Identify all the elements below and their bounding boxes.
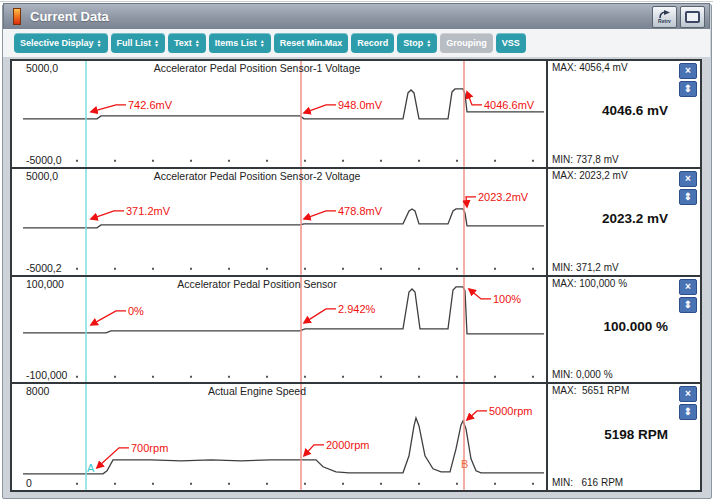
close-chart-button[interactable]: × bbox=[679, 279, 697, 295]
toolbar-button-stop[interactable]: Stop▲▼ bbox=[397, 33, 437, 53]
annotation-label: 948.0mV bbox=[338, 99, 382, 111]
toolbar-button-label: Grouping bbox=[446, 38, 487, 48]
toolbar-button-grouping[interactable]: Grouping bbox=[440, 33, 493, 53]
chart-info-panel: MAX: 4056,4 mV 4046.6 mV MIN: 737,8 mV ×… bbox=[546, 61, 700, 167]
y-min-label: 0 bbox=[26, 477, 32, 489]
max-value-label: MAX: 4056,4 mV bbox=[552, 62, 628, 73]
toolbar-button-text[interactable]: Text▲▼ bbox=[168, 33, 206, 53]
chart-info-panel: MAX: 5651 RPM 5198 RPM MIN: 616 RPM × ⇕ bbox=[546, 384, 700, 490]
restore-icon bbox=[685, 11, 700, 23]
updown-arrows-icon: ▲▼ bbox=[154, 39, 159, 48]
app-window: Current Data Retrv Selective Display▲▼Fu… bbox=[0, 0, 713, 499]
axis-tick bbox=[152, 160, 154, 162]
chart-title: Actual Engine Speed bbox=[23, 385, 546, 397]
axis-tick bbox=[304, 160, 306, 162]
axis-tick bbox=[342, 160, 344, 162]
chart-canvas bbox=[23, 61, 546, 167]
axis-tick bbox=[190, 268, 192, 270]
axis-tick bbox=[114, 375, 116, 377]
annotation-arrow bbox=[304, 105, 336, 113]
chart-title: Accelerator Pedal Position Sensor bbox=[23, 278, 546, 290]
toolbar-button-selective-display[interactable]: Selective Display▲▼ bbox=[14, 33, 108, 53]
annotation-arrow bbox=[91, 211, 124, 219]
axis-tick bbox=[76, 268, 78, 270]
axis-tick bbox=[380, 483, 382, 485]
annotation-label: 2.942% bbox=[338, 303, 375, 315]
close-chart-button[interactable]: × bbox=[679, 63, 697, 79]
axis-tick bbox=[494, 375, 496, 377]
axis-tick bbox=[380, 268, 382, 270]
axis-tick bbox=[456, 483, 458, 485]
annotation-arrow bbox=[304, 211, 336, 219]
axis-tick bbox=[228, 375, 230, 377]
toolbar-button-label: Selective Display bbox=[20, 38, 94, 48]
chart-title: Accelerator Pedal Position Sensor-2 Volt… bbox=[23, 170, 546, 182]
chart-info-panel: MAX: 100,000 % 100.000 % MIN: 0,000 % × … bbox=[546, 277, 700, 383]
chart-canvas bbox=[23, 169, 546, 275]
axis-tick bbox=[304, 483, 306, 485]
axis-tick bbox=[418, 268, 420, 270]
axis-tick bbox=[532, 160, 534, 162]
reorder-chart-button[interactable]: ⇕ bbox=[679, 81, 697, 97]
toolbar-button-full-list[interactable]: Full List▲▼ bbox=[111, 33, 165, 53]
axis-tick bbox=[114, 268, 116, 270]
signal-trace bbox=[23, 209, 544, 228]
annotation-label: 5000rpm bbox=[489, 405, 532, 417]
annotation-arrow bbox=[466, 197, 476, 207]
annotation-arrow bbox=[467, 411, 487, 420]
axis-tick bbox=[456, 160, 458, 162]
current-value: 2023.2 mV bbox=[548, 211, 668, 226]
axis-tick bbox=[228, 483, 230, 485]
chart-row-aps2-voltage: 5000,0 Accelerator Pedal Position Sensor… bbox=[12, 169, 700, 277]
axis-tick bbox=[114, 160, 116, 162]
current-data-icon bbox=[13, 8, 21, 25]
retrieve-button[interactable]: Retrv bbox=[652, 6, 677, 28]
axis-tick bbox=[266, 483, 268, 485]
toolbar-button-reset-min-max[interactable]: Reset Min.Max bbox=[274, 33, 349, 53]
axis-tick bbox=[304, 375, 306, 377]
reorder-chart-button[interactable]: ⇕ bbox=[679, 189, 697, 205]
min-value-label: MIN: 0,000 % bbox=[552, 369, 613, 380]
toolbar-button-label: Reset Min.Max bbox=[280, 38, 343, 48]
toolbar-button-items-list[interactable]: Items List▲▼ bbox=[209, 33, 271, 53]
window-title: Current Data bbox=[30, 9, 109, 24]
axis-tick bbox=[304, 268, 306, 270]
y-min-label: -100,000 bbox=[26, 369, 67, 381]
reorder-chart-button[interactable]: ⇕ bbox=[679, 297, 697, 313]
axis-tick bbox=[228, 268, 230, 270]
current-value: 4046.6 mV bbox=[548, 103, 668, 118]
axis-tick bbox=[76, 160, 78, 162]
current-value: 100.000 % bbox=[548, 319, 668, 334]
window-top-edge bbox=[0, 1, 713, 2]
annotation-arrow bbox=[91, 310, 126, 324]
reorder-chart-button[interactable]: ⇕ bbox=[679, 404, 697, 420]
chart-canvas: AB bbox=[23, 384, 546, 490]
close-chart-button[interactable]: × bbox=[679, 386, 697, 402]
annotation-label: 371.2mV bbox=[126, 205, 170, 217]
current-value: 5198 RPM bbox=[548, 427, 668, 442]
toolbar-button-vss[interactable]: VSS bbox=[496, 33, 526, 53]
axis-tick bbox=[76, 483, 78, 485]
chart-row-engine-speed: AB 8000 Actual Engine Speed 0 700rpm2000… bbox=[12, 384, 700, 490]
annotation-arrow bbox=[467, 92, 482, 105]
annotation-label: 100% bbox=[493, 293, 521, 305]
close-chart-button[interactable]: × bbox=[679, 171, 697, 187]
axis-tick bbox=[532, 375, 534, 377]
updown-arrows-icon: ▲▼ bbox=[260, 39, 265, 48]
toolbar-button-record[interactable]: Record bbox=[351, 33, 394, 53]
y-min-label: -5000,2 bbox=[26, 262, 62, 274]
chart-plot[interactable]: 100,000 Accelerator Pedal Position Senso… bbox=[23, 277, 546, 383]
restore-window-button[interactable] bbox=[680, 6, 705, 28]
annotation-label: 700rpm bbox=[131, 442, 168, 454]
chart-plot[interactable]: AB 8000 Actual Engine Speed 0 700rpm2000… bbox=[23, 384, 546, 490]
axis-tick bbox=[266, 268, 268, 270]
updown-arrows-icon: ▲▼ bbox=[97, 39, 102, 48]
chart-row-aps-percent: 100,000 Accelerator Pedal Position Senso… bbox=[12, 277, 700, 385]
annotation-arrow bbox=[91, 105, 126, 112]
axis-tick bbox=[76, 375, 78, 377]
annotation-arrow bbox=[304, 308, 336, 322]
chart-plot[interactable]: 5000,0 Accelerator Pedal Position Sensor… bbox=[23, 169, 546, 275]
charts-container: 5000,0 Accelerator Pedal Position Sensor… bbox=[10, 59, 702, 492]
annotation-arrow bbox=[304, 445, 324, 456]
chart-plot[interactable]: 5000,0 Accelerator Pedal Position Sensor… bbox=[23, 61, 546, 167]
